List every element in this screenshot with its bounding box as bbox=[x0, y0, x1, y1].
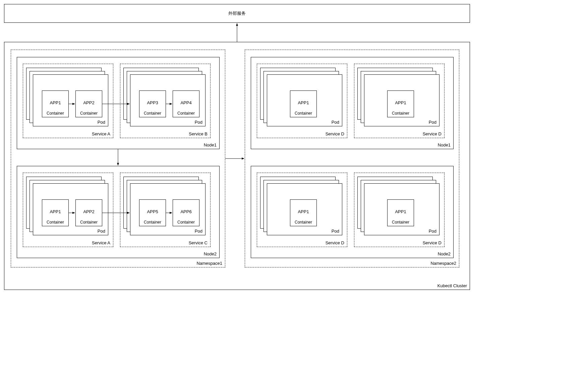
pod-label: Pod bbox=[332, 120, 339, 125]
ns2-node2-label: Node2 bbox=[438, 251, 451, 256]
serviceD-label: Service D bbox=[326, 240, 344, 245]
namespace2-label: Namespace2 bbox=[430, 261, 456, 266]
container-label: Container bbox=[177, 220, 195, 225]
container-label: Container bbox=[80, 220, 98, 225]
ns1-node2-serviceC-label: Service C bbox=[189, 240, 208, 245]
cluster-label: Kubectl Cluster bbox=[437, 283, 467, 288]
app2-label: APP2 bbox=[83, 100, 94, 105]
ns2-node1-label: Node1 bbox=[438, 142, 451, 147]
container-label: Container bbox=[392, 111, 409, 116]
pod-label: Pod bbox=[98, 120, 105, 125]
namespace1-label: Namespace1 bbox=[196, 261, 222, 266]
app5-container: APP5 Container bbox=[139, 199, 166, 226]
ns1-node2-serviceA-label: Service A bbox=[92, 240, 110, 245]
app4-container: APP4 Container bbox=[173, 90, 199, 117]
app1-label: APP1 bbox=[395, 100, 406, 105]
container-label: Container bbox=[295, 220, 312, 225]
external-service-box: 外部服务 bbox=[4, 4, 470, 23]
pod-label: Pod bbox=[429, 229, 436, 234]
container-label: Container bbox=[295, 111, 312, 116]
pod-label: Pod bbox=[195, 120, 202, 125]
app1-container: APP1 Container bbox=[290, 90, 317, 117]
serviceD-label: Service D bbox=[326, 131, 344, 136]
external-service-label: 外部服务 bbox=[228, 10, 246, 16]
ns1-node1-serviceB-label: Service B bbox=[189, 131, 208, 136]
app1-label: APP1 bbox=[395, 209, 406, 214]
app1-label: APP1 bbox=[298, 100, 309, 105]
app3-label: APP3 bbox=[147, 100, 158, 105]
container-label: Container bbox=[392, 220, 409, 225]
container-label: Container bbox=[144, 220, 161, 225]
container-label: Container bbox=[80, 111, 98, 116]
app2-container: APP2 Container bbox=[75, 199, 102, 226]
serviceD-label: Service D bbox=[423, 131, 442, 136]
pod-label: Pod bbox=[429, 120, 436, 125]
pod-label: Pod bbox=[332, 229, 339, 234]
app3-container: APP3 Container bbox=[139, 90, 166, 117]
app1-container: APP1 Container bbox=[387, 199, 414, 226]
app4-label: APP4 bbox=[180, 100, 191, 105]
container-label: Container bbox=[144, 111, 161, 116]
app2-container: APP2 Container bbox=[75, 90, 102, 117]
pod-label: Pod bbox=[98, 229, 105, 234]
serviceD-label: Service D bbox=[423, 240, 442, 245]
container-label: Container bbox=[47, 111, 64, 116]
app1-container: APP1 Container bbox=[387, 90, 414, 117]
container-label: Container bbox=[177, 111, 195, 116]
app1-label: APP1 bbox=[298, 209, 309, 214]
app6-container: APP6 Container bbox=[173, 199, 199, 226]
ns1-node2-label: Node2 bbox=[204, 251, 217, 256]
app1-label: APP1 bbox=[50, 209, 61, 214]
app1-label: APP1 bbox=[50, 100, 61, 105]
ns1-node1-serviceA-label: Service A bbox=[92, 131, 110, 136]
ns1-node1-label: Node1 bbox=[204, 142, 217, 147]
app1-container: APP1 Container bbox=[42, 90, 69, 117]
app1-container: APP1 Container bbox=[290, 199, 317, 226]
app1-container: APP1 Container bbox=[42, 199, 69, 226]
app5-label: APP5 bbox=[147, 209, 158, 214]
app2-label: APP2 bbox=[83, 209, 94, 214]
app6-label: APP6 bbox=[180, 209, 191, 214]
pod-label: Pod bbox=[195, 229, 202, 234]
container-label: Container bbox=[47, 220, 64, 225]
